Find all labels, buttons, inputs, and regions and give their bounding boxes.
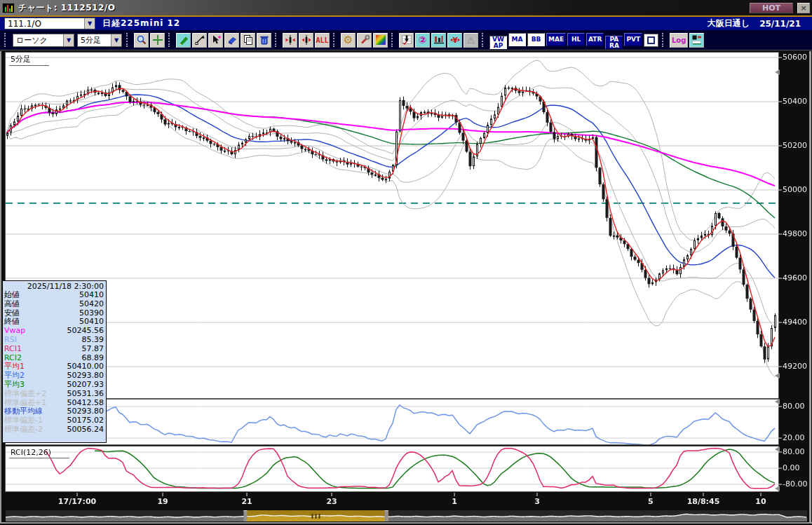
toggle-label: HL [571,36,581,43]
toggle-para[interactable]: PARA [605,36,623,49]
delete-button[interactable] [257,33,271,48]
toolbar-grip[interactable] [662,33,667,47]
trendline-icon [194,34,205,46]
gear-icon: ⚙ [344,34,353,46]
crosshair-icon [152,34,163,46]
grid-layout-icon [691,34,703,46]
session-label: 大阪日通し [708,18,750,29]
alert-icon: ⚠ [467,35,475,46]
toolbar-grip[interactable] [333,33,338,47]
bar-shrink-button[interactable] [299,33,313,48]
chevron-down-icon[interactable]: ▼ [63,34,74,46]
toggle-atr[interactable]: ATR [586,33,604,46]
second-axis-button[interactable]: ② [415,33,430,48]
timeframe-select[interactable]: 5分足 ▼ [77,34,122,47]
bar-expand-button[interactable] [283,33,297,48]
chart-type-value: ローソク [13,35,63,46]
toggle-label: BB [532,36,541,43]
timeframe-value: 5分足 [78,35,111,46]
window-title: チャート: 1112512/O [18,2,115,14]
toolbar-grip[interactable] [168,33,173,47]
frame-icon [647,36,655,44]
date-label: 25/11/21 [759,19,801,29]
log-label: Log [672,36,686,44]
toggle-bb[interactable]: BB [527,33,545,46]
chevron-down-icon[interactable]: ▼ [84,18,95,29]
data-export-icon [401,34,412,46]
svg-text:¥: ¥ [452,36,458,45]
toolbar-grip[interactable] [4,33,9,47]
toggle-ma[interactable]: MA [508,33,526,46]
yen-icon: ¥ [449,34,461,46]
copy-button[interactable] [241,33,255,48]
select-arrow-button[interactable] [208,33,223,48]
toggle-mae[interactable]: MAE [546,33,566,46]
chart-window: チャート: 1112512/O HOT × 111.1/O ▼ 日経225min… [0,0,812,525]
draw-pencil-icon [178,34,189,46]
draw-pencil-button[interactable] [176,33,191,48]
frame-button[interactable] [644,34,658,47]
select-arrow-icon [210,34,222,46]
all-label: ALL [316,36,328,44]
toggle-label: MA [512,36,523,43]
toggle-label: AP [494,43,503,49]
panel-config-button[interactable] [431,33,446,48]
settings-gear-button[interactable]: ⚙ [341,33,356,48]
title-bar: チャート: 1112512/O HOT × [0,0,812,15]
alert-button[interactable]: ⚠ [463,33,478,48]
symbol-value: 111.1/O [5,19,84,29]
instrument-name: 日経225mini 12 [102,18,180,29]
chart-canvas[interactable] [0,0,812,525]
toolbar-grip[interactable] [275,33,280,47]
indicator-toggle-group: VWAPMABBMAEHLATRPARAPVT [489,31,643,50]
wrench-icon [359,34,370,46]
close-button[interactable]: × [797,3,810,13]
data-export-button[interactable] [399,33,414,48]
crosshair-button[interactable] [150,33,165,48]
toggle-label: PVT [626,36,640,43]
hot-button[interactable]: HOT [750,3,793,13]
toolbar-grip[interactable] [391,33,396,47]
chevron-down-icon[interactable]: ▼ [111,34,121,46]
rainbow-palette-icon [376,35,386,45]
bar-shrink-icon [301,34,312,46]
toggle-label: ATR [588,36,602,43]
eraser-icon [226,34,238,46]
panel-config-icon [433,34,445,46]
toolbar-grip[interactable] [126,33,131,47]
zoom-button[interactable] [134,33,149,48]
toolbar: ローソク ▼ 5分足 ▼ ALL ⚙ ② ¥ ⚠ VWAPMABBMAEH [0,30,812,50]
zoom-icon [136,34,147,46]
log-scale-button[interactable]: Log [670,33,688,48]
bar-expand-icon [285,34,296,46]
toggle-pvt[interactable]: PVT [624,33,642,46]
color-palette-button[interactable] [373,33,388,48]
eraser-button[interactable] [224,33,239,48]
chart-type-select[interactable]: ローソク ▼ [13,34,74,47]
toggle-label: MAE [548,36,564,43]
toggle-vwap[interactable]: VWAP [489,36,507,49]
trash-icon [259,34,270,46]
app-icon [2,3,15,13]
toggle-label: RA [609,43,619,49]
info-bar: 111.1/O ▼ 日経225mini 12 大阪日通し 25/11/21 [0,17,812,30]
trendline-button[interactable] [192,33,207,48]
tool-wrench-button[interactable] [357,33,372,48]
currency-button[interactable]: ¥ [447,33,462,48]
second-axis-icon: ② [419,34,427,46]
close-icon: × [800,4,806,13]
all-button[interactable]: ALL [315,33,330,48]
toolbar-grip[interactable] [482,33,487,47]
toggle-hl[interactable]: HL [567,33,585,46]
symbol-select[interactable]: 111.1/O ▼ [4,18,95,29]
grid-layout-button[interactable] [689,33,704,48]
copy-icon [243,34,254,46]
